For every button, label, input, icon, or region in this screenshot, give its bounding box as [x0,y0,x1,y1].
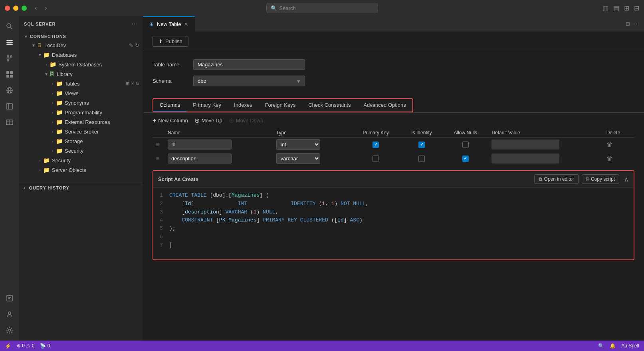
sidebar-item-external-resources[interactable]: › 📁 External Resources [19,117,143,127]
row2-delete-button[interactable]: 🗑 [606,155,613,162]
security-outer-chevron-icon: › [37,158,43,163]
sidebar-item-localdev[interactable]: ▼ 🖥 LocalDev ✎ ↻ [19,40,143,50]
query-history-chevron-icon: › [24,185,26,190]
default-col-header: Default Value [488,128,603,138]
globe-activity-icon[interactable] [2,83,17,98]
customize-layout-icon[interactable]: ⊟ [634,4,639,12]
move-up-button[interactable]: ⊕ Move Up [194,117,222,124]
back-arrow-icon[interactable]: ‹ [35,4,37,12]
tab-columns[interactable]: Columns [153,99,186,112]
row1-nulls-checkbox[interactable] [462,142,469,148]
row2-default-input[interactable] [491,154,559,164]
connections-section[interactable]: ▼ CONNECTIONS [19,32,143,40]
row1-name-input[interactable] [168,140,232,150]
settings-activity-icon[interactable] [2,323,17,337]
book2-activity-icon[interactable] [2,291,17,305]
external-resources-label: External Resources [65,119,110,125]
column-tabs-nav: Columns Primary Key Indexes Foreign Keys… [153,98,413,112]
tab-table-icon: ⊞ [149,21,154,27]
table-activity-icon[interactable] [2,115,17,130]
open-in-editor-button[interactable]: ⧉ Open in editor [534,174,579,184]
sidebar-item-synonyms[interactable]: › 📁 Synonyms [19,98,143,108]
extensions-activity-icon[interactable] [2,67,17,82]
spell-status[interactable]: Aa Spell [621,343,639,349]
zoom-icon[interactable]: 🔍 [598,343,604,349]
more-options-icon[interactable]: ⋯ [131,20,138,28]
row1-identity-checkbox[interactable] [418,142,425,148]
sidebar-item-security-outer[interactable]: › 📁 Security [19,156,143,165]
row2-nulls-checkbox[interactable] [462,156,469,162]
search-bar[interactable]: 🔍 Search [266,3,378,13]
move-down-button[interactable]: ⊕ Move Down [229,117,264,124]
server-objects-chevron-icon: › [37,168,43,172]
drag-handle-icon[interactable]: ≡ [156,141,159,148]
row1-type-select[interactable]: int varchar nvarchar bigint [276,139,320,150]
tables-filter-icon[interactable]: ⊻ [131,81,134,86]
more-tab-options-icon[interactable]: ⋯ [634,21,639,27]
row2-name-input[interactable] [168,154,232,164]
sidebar-toggle-icon[interactable]: ▥ [602,4,608,12]
row1-pk-checkbox[interactable] [373,142,379,148]
layout-icon[interactable]: ⊞ [624,4,629,12]
tables-refresh-icon[interactable]: ↻ [136,81,139,86]
row2-identity-checkbox[interactable] [418,156,425,162]
book-activity-icon[interactable] [2,99,17,114]
copy-script-button[interactable]: ⎘ Copy script [582,174,619,184]
maximize-button[interactable] [22,6,27,11]
minimize-button[interactable] [13,6,18,11]
drag-handle-icon[interactable]: ≡ [156,155,159,162]
open-editor-icon: ⧉ [539,176,542,182]
panel-toggle-icon[interactable]: ▤ [613,4,619,12]
table-name-input[interactable] [193,59,305,70]
git-activity-icon[interactable] [2,51,17,66]
tab-advanced-options[interactable]: Advanced Options [357,99,412,112]
close-button[interactable] [5,6,10,11]
tab-primary-key[interactable]: Primary Key [186,99,228,112]
sidebar-item-databases[interactable]: ▼ 📁 Databases [19,50,143,60]
info-count: 0 [48,343,50,349]
svg-point-23 [9,329,11,331]
forward-arrow-icon[interactable]: › [45,4,47,12]
tab-close-icon[interactable]: × [184,21,188,28]
localdev-server-icon: 🖥 [37,42,42,48]
row2-type-select[interactable]: int varchar nvarchar bigint [276,153,320,164]
databases-chevron-icon: ▼ [37,53,43,57]
split-editor-icon[interactable]: ⊟ [626,21,630,27]
svg-rect-2 [6,40,13,41]
views-label: Views [65,90,78,96]
sidebar-item-programmability[interactable]: › 📁 Programmability [19,108,143,117]
tables-grid-icon[interactable]: ⊞ [126,81,129,86]
tab-check-constraints[interactable]: Check Constraints [302,99,357,112]
bell-icon[interactable]: 🔔 [610,343,616,349]
user-activity-icon[interactable] [2,307,17,321]
sql-server-activity-icon[interactable] [2,35,17,50]
move-up-icon: ⊕ [194,117,200,124]
query-history-section[interactable]: › QUERY HISTORY [24,185,138,190]
row1-default-input[interactable] [491,140,559,150]
search-activity-icon[interactable] [2,19,17,34]
security-inner-label: Security [65,148,83,154]
row1-delete-button[interactable]: 🗑 [606,141,613,148]
collapse-script-icon[interactable]: ∧ [624,176,629,183]
sidebar-item-storage[interactable]: › 📁 Storage [19,136,143,146]
sidebar-item-server-objects[interactable]: › 📁 Server Objects [19,165,143,175]
publish-button[interactable]: ⬆ Publish [153,36,188,47]
refresh-icon[interactable]: ↻ [135,42,139,48]
tab-indexes[interactable]: Indexes [228,99,259,112]
tab-foreign-keys[interactable]: Foreign Keys [259,99,302,112]
search-placeholder: Search [279,5,296,11]
sidebar-item-service-broker[interactable]: › 📁 Service Broker [19,127,143,136]
tab-new-table[interactable]: ⊞ New Table × [143,16,195,32]
activity-bar [0,16,19,341]
warning-count: 0 [32,343,35,349]
sidebar-item-library[interactable]: ▼ 🗄 Library [19,69,143,79]
sidebar-item-security-inner[interactable]: › 📁 Security [19,146,143,156]
sidebar-item-tables[interactable]: › 📁 Tables ⊞ ⊻ ↻ [19,79,143,88]
row2-pk-checkbox[interactable] [373,156,379,162]
sidebar-item-system-databases[interactable]: › 📁 System Databases [19,60,143,69]
edit-icon[interactable]: ✎ [129,42,133,48]
sidebar-item-views[interactable]: › 📁 Views [19,88,143,98]
new-column-button[interactable]: + New Column [153,117,188,124]
schema-select[interactable]: dbo [193,76,305,86]
status-bar-left: ⚡ ⊗ 0 ⚠ 0 📡 0 [5,343,50,349]
